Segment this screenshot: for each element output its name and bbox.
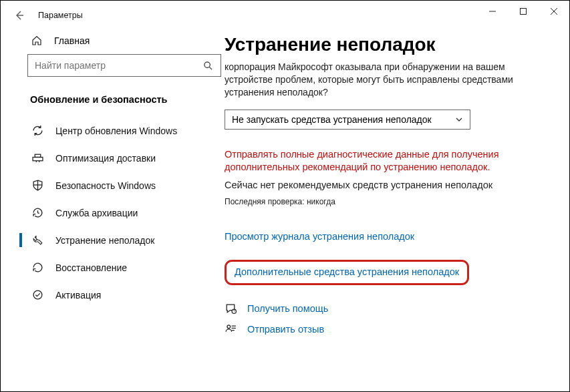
get-help-link[interactable]: Получить помощь xyxy=(247,303,328,314)
feedback-icon xyxy=(225,323,238,336)
diagnostic-warning: Отправлять полные диагностические данные… xyxy=(225,148,543,174)
svg-text:?: ? xyxy=(233,310,235,313)
minimize-button[interactable] xyxy=(477,1,508,22)
sidebar-item-troubleshoot[interactable]: Устранение неполадок xyxy=(27,226,201,254)
dropdown-value: Не запускать средства устранения неполад… xyxy=(232,114,432,125)
sidebar-item-security[interactable]: Безопасность Windows xyxy=(27,172,201,199)
backup-icon xyxy=(31,207,43,218)
svg-rect-2 xyxy=(521,9,527,15)
search-input[interactable] xyxy=(35,60,203,71)
sync-icon xyxy=(31,125,43,136)
sidebar-item-delivery[interactable]: Оптимизация доставки xyxy=(27,144,201,172)
close-button[interactable] xyxy=(539,1,569,22)
no-recommendations-text: Сейчас нет рекомендуемых средств устране… xyxy=(225,180,543,190)
troubleshoot-icon xyxy=(31,234,43,246)
sidebar-item-label: Центр обновления Windows xyxy=(55,126,177,136)
sidebar-item-recovery[interactable]: Восстановление xyxy=(27,254,201,281)
chevron-down-icon xyxy=(455,116,463,124)
sidebar-item-windows-update[interactable]: Центр обновления Windows xyxy=(27,117,201,144)
intro-text: корпорация Майкрософт оказывала при обна… xyxy=(225,61,543,99)
svg-point-16 xyxy=(227,325,231,329)
svg-rect-8 xyxy=(35,154,41,157)
sidebar-item-activation[interactable]: Активация xyxy=(27,281,201,309)
sidebar-item-backup[interactable]: Служба архивации xyxy=(27,199,201,226)
last-check-text: Последняя проверка: никогда xyxy=(225,197,543,206)
sidebar-item-label: Восстановление xyxy=(55,262,127,273)
sidebar-item-label: Устранение неполадок xyxy=(55,235,154,246)
help-icon: ? xyxy=(225,303,238,315)
home-label: Главная xyxy=(54,35,90,46)
sidebar-section-title: Обновление и безопасность xyxy=(27,94,201,105)
troubleshoot-mode-dropdown[interactable]: Не запускать средства устранения неполад… xyxy=(225,110,470,130)
sidebar-item-label: Оптимизация доставки xyxy=(55,153,156,164)
sidebar-item-label: Безопасность Windows xyxy=(55,180,156,191)
page-heading: Устранение неполадок xyxy=(225,34,543,55)
home-nav[interactable]: Главная xyxy=(27,30,201,54)
activation-icon xyxy=(31,289,43,301)
maximize-button[interactable] xyxy=(508,1,539,22)
delivery-icon xyxy=(31,152,43,164)
highlight-annotation: Дополнительные средства устранения непол… xyxy=(225,260,469,285)
window-title: Параметры xyxy=(38,11,83,20)
svg-rect-7 xyxy=(33,157,43,160)
sidebar-item-label: Активация xyxy=(55,290,101,301)
search-input-container[interactable] xyxy=(27,54,221,77)
history-link[interactable]: Просмотр журнала устранения неполадок xyxy=(225,231,414,242)
svg-point-13 xyxy=(33,290,42,299)
shield-icon xyxy=(31,180,43,191)
back-button[interactable] xyxy=(13,9,26,22)
recovery-icon xyxy=(31,262,43,273)
additional-troubleshooters-link[interactable]: Дополнительные средства устранения непол… xyxy=(235,266,459,277)
home-icon xyxy=(31,35,42,46)
sidebar-item-label: Служба архивации xyxy=(55,208,138,218)
feedback-link[interactable]: Отправить отзыв xyxy=(247,324,324,335)
